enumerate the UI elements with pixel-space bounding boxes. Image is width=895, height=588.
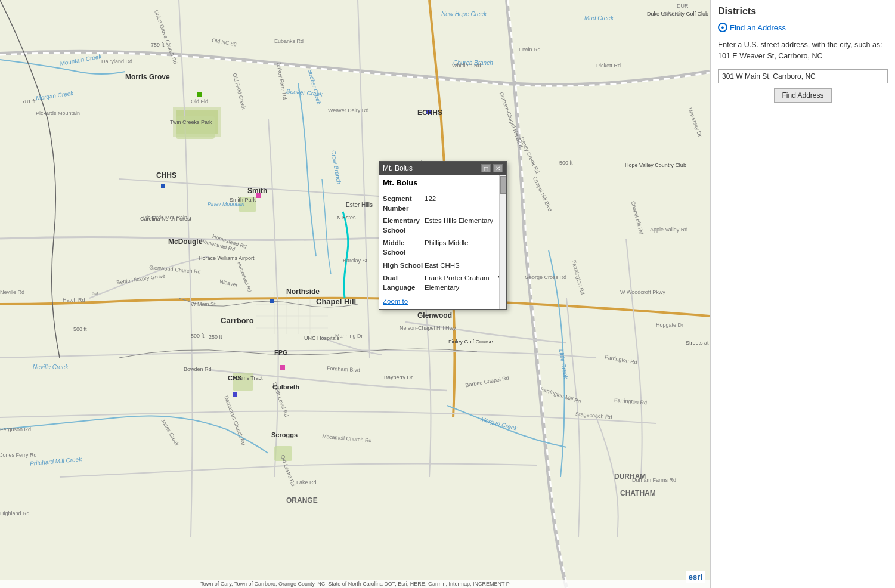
popup-row-elementary: Elementary School Estes Hills Elementary (383, 216, 503, 235)
find-address-button[interactable]: Find Address (774, 88, 831, 103)
popup-value-segment: 122 (425, 194, 436, 213)
popup-titlebar[interactable]: Mt. Bolus ◻ ✕ (379, 162, 506, 175)
popup-close-button[interactable]: ✕ (493, 164, 503, 172)
attribution-text: Town of Cary, Town of Carrboro, Orange C… (200, 581, 510, 587)
popup-restore-button[interactable]: ◻ (481, 164, 491, 172)
popup-value-high: East CHHS (425, 261, 460, 270)
popup-label-segment: Segment Number (383, 194, 425, 213)
popup-label-middle: Middle School (383, 238, 425, 257)
popup-label-high: High School (383, 261, 425, 270)
popup-value-dual: Frank Porter Graham Elementary (425, 273, 495, 292)
popup-value-middle: Phillips Middle (425, 238, 469, 257)
popup-row-middle: Middle School Phillips Middle (383, 238, 503, 257)
popup-controls: ◻ ✕ (481, 164, 503, 172)
attribution-bar: Town of Cary, Town of Carrboro, Orange C… (0, 580, 710, 588)
popup-window: Mt. Bolus ◻ ✕ Mt. Bolus Segment Number 1… (379, 161, 507, 310)
popup-row-segment: Segment Number 122 (383, 194, 503, 213)
circle-icon: ● (718, 23, 727, 32)
popup-label-dual: Dual Language (383, 273, 425, 292)
popup-row-dual: Dual Language Frank Porter Graham Elemen… (383, 273, 503, 292)
popup-label-elementary: Elementary School (383, 216, 425, 235)
popup-scrollbar[interactable] (499, 175, 506, 309)
sidebar: Districts ● Find an Address Enter a U.S.… (710, 0, 895, 588)
map-container[interactable]: 54 (0, 0, 710, 588)
popup-heading: Mt. Bolus (383, 178, 503, 190)
popup-value-elementary: Estes Hills Elementary (425, 216, 493, 235)
address-input[interactable] (718, 69, 888, 83)
find-address-text[interactable]: Find an Address (730, 23, 786, 32)
popup-scrollbar-thumb[interactable] (500, 176, 506, 194)
popup-row-high: High School East CHHS (383, 261, 503, 270)
find-address-link[interactable]: ● Find an Address (718, 23, 888, 32)
popup-zoom-link[interactable]: Zoom to (383, 298, 408, 305)
popup-content: Mt. Bolus Segment Number 122 Elementary … (379, 175, 506, 309)
popup-title: Mt. Bolus (383, 164, 413, 172)
sidebar-title: Districts (718, 6, 888, 17)
find-address-description: Enter a U.S. street address, with the ci… (718, 39, 888, 62)
